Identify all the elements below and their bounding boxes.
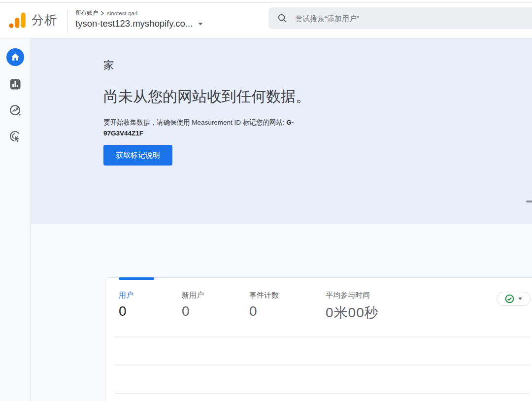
brand-label: 分析	[32, 12, 57, 28]
metric-label: 事件计数	[249, 291, 279, 300]
banner-description-text: 要开始收集数据，请确保使用 Measurement ID 标记您的网站:	[103, 119, 286, 126]
nav-reports-button[interactable]	[6, 75, 24, 93]
metric-label: 新用户	[182, 291, 204, 300]
no-data-banner: 家 尚未从您的网站收到任何数据。 要开始收集数据，请确保使用 Measureme…	[31, 38, 532, 224]
home-icon	[10, 52, 20, 62]
nav-home-button[interactable]	[6, 48, 24, 66]
breadcrumb-account: sinotest-ga4	[107, 10, 138, 16]
get-tagging-instructions-button[interactable]: 获取标记说明	[103, 145, 172, 166]
chart-gridline	[115, 336, 530, 337]
metric-value: 0	[119, 303, 133, 319]
header-divider	[67, 10, 68, 33]
banner-description: 要开始收集数据，请确保使用 Measurement ID 标记您的网站: G-9…	[103, 117, 326, 138]
metric-value: 0米00秒	[326, 303, 379, 322]
metric-value: 0	[182, 303, 204, 319]
metric-value: 0	[249, 303, 279, 319]
breadcrumb-account-scope: 所有账户	[75, 9, 98, 17]
breadcrumb: 所有账户 sinotest-ga4	[75, 9, 203, 17]
advertising-icon	[9, 130, 22, 143]
chevron-right-icon	[100, 11, 104, 16]
search-bar[interactable]	[268, 7, 532, 29]
page-title: 家	[103, 58, 114, 73]
data-status-dropdown-button[interactable]	[497, 292, 531, 306]
dropdown-caret-icon	[518, 298, 522, 300]
check-circle-icon	[505, 294, 514, 303]
active-metric-indicator	[119, 277, 154, 280]
google-analytics-logo-icon	[9, 12, 26, 28]
metric-users[interactable]: 用户 0	[119, 291, 133, 319]
metric-event-count[interactable]: 事件计数 0	[249, 291, 279, 319]
dropdown-caret-icon	[198, 23, 203, 25]
analytics-logo[interactable]: 分析	[9, 12, 57, 28]
search-input[interactable]	[295, 14, 502, 23]
left-nav-sidebar	[0, 38, 31, 401]
nav-advertising-button[interactable]	[6, 128, 24, 145]
property-name: tyson-test123.myshopify.co...	[75, 18, 193, 29]
metric-avg-engagement-time[interactable]: 平均参与时间 0米00秒	[326, 291, 379, 322]
property-selector[interactable]: tyson-test123.myshopify.co...	[75, 18, 203, 29]
chart-gridline	[115, 393, 530, 394]
banner-headline: 尚未从您的网站收到任何数据。	[103, 87, 310, 107]
explore-icon	[9, 104, 22, 117]
banner-illustration-fragment	[526, 200, 532, 202]
app-header: 分析 所有账户 sinotest-ga4 tyson-test123.mysho…	[0, 3, 532, 38]
ga4-home-page: 分析 所有账户 sinotest-ga4 tyson-test123.mysho…	[0, 0, 532, 401]
nav-explore-button[interactable]	[6, 101, 24, 119]
metric-new-users[interactable]: 新用户 0	[182, 291, 204, 319]
overview-metrics-card: 用户 0 新用户 0 事件计数 0 平均参与时间 0米00秒	[105, 277, 532, 401]
metric-label: 平均参与时间	[326, 291, 379, 300]
metric-label: 用户	[119, 291, 133, 300]
account-property-switcher[interactable]: 所有账户 sinotest-ga4 tyson-test123.myshopif…	[75, 9, 203, 29]
chart-gridline	[115, 365, 530, 366]
reports-icon	[9, 78, 21, 90]
search-icon	[277, 13, 287, 23]
